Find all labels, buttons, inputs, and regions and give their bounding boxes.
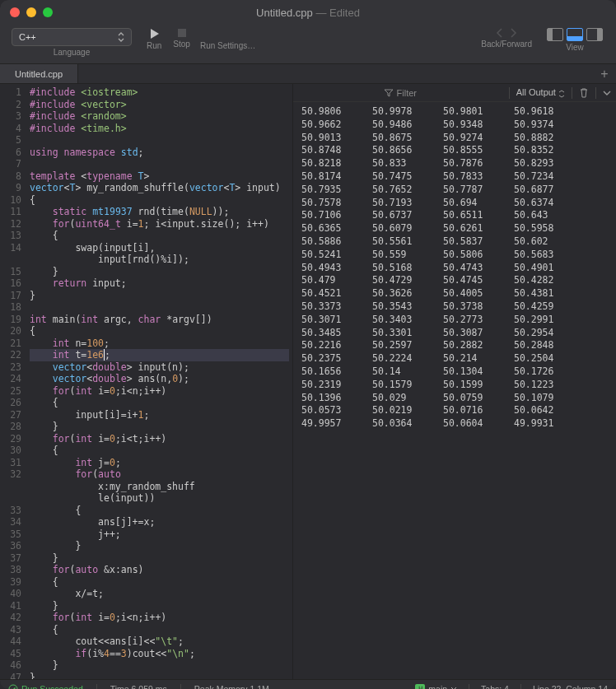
tab-untitled[interactable]: Untitled.cpp xyxy=(0,64,78,83)
trash-icon[interactable] xyxy=(579,87,589,98)
chevron-updown-icon xyxy=(558,90,565,98)
gutter: 1234567891011121314151617181920212223242… xyxy=(0,84,26,679)
tabbar: Untitled.cpp + xyxy=(0,64,616,84)
language-value: C++ xyxy=(19,32,36,42)
titlebar: Untitled.cpp — Edited xyxy=(0,0,616,25)
status-cursor: Line 22, Column 14 xyxy=(533,684,608,690)
title-sep: — xyxy=(313,7,329,19)
branch-name: main xyxy=(428,684,447,690)
output-mode-label: All Output xyxy=(516,87,556,97)
language-selector[interactable]: C++ xyxy=(12,28,132,46)
filter-icon xyxy=(384,89,394,97)
label-view: View xyxy=(566,43,584,52)
main-row: 1234567891011121314151617181920212223242… xyxy=(0,84,616,679)
chevron-down-icon xyxy=(450,687,457,690)
stop-button xyxy=(177,28,187,38)
editor[interactable]: 1234567891011121314151617181920212223242… xyxy=(0,84,292,679)
toggle-bottom-pane-icon[interactable] xyxy=(567,28,583,41)
chevron-updown-icon xyxy=(118,32,124,42)
svg-point-1 xyxy=(9,685,17,690)
git-branch[interactable]: ⑂ main xyxy=(415,684,457,690)
check-circle-icon xyxy=(8,684,18,690)
run-status-text: Run Succeeded xyxy=(21,684,83,690)
toggle-left-pane-icon[interactable] xyxy=(547,28,563,41)
run-status: Run Succeeded xyxy=(8,684,83,690)
output-body[interactable]: 50.980650.997850.980150.961850.966250.94… xyxy=(293,102,616,679)
title-filename: Untitled.cpp xyxy=(256,7,313,19)
label-language: Language xyxy=(54,48,91,57)
output-pane: Filter All Output 50.980650.997850.98015… xyxy=(292,84,616,679)
back-button[interactable] xyxy=(496,28,504,38)
toggle-right-pane-icon[interactable] xyxy=(586,28,603,41)
forward-button[interactable] xyxy=(509,28,517,38)
label-backfwd: Back/Forward xyxy=(481,40,532,49)
add-tab-button[interactable]: + xyxy=(593,64,616,83)
label-run: Run xyxy=(147,41,161,50)
filter-placeholder: Filter xyxy=(397,88,417,98)
statusbar: Run Succeeded Time 6 059 ms Peak Memory … xyxy=(0,679,616,689)
status-tabs[interactable]: Tabs: 4 xyxy=(481,684,509,690)
code-area[interactable]: #include <iostream>#include <vector>#inc… xyxy=(26,84,292,679)
branch-icon: ⑂ xyxy=(415,684,425,690)
output-mode-dropdown[interactable]: All Output xyxy=(516,87,565,97)
window-title: Untitled.cpp — Edited xyxy=(0,7,616,19)
chevron-down-icon[interactable] xyxy=(603,90,611,96)
output-header: Filter All Output xyxy=(293,84,616,102)
toolbar: C++ Language Run Stop Run Settings… Back… xyxy=(0,25,616,64)
filter-input[interactable]: Filter xyxy=(298,88,502,98)
status-time: Time 6 059 ms xyxy=(110,684,167,690)
label-stop: Stop xyxy=(173,40,190,49)
title-state: Edited xyxy=(329,7,360,19)
label-runsettings[interactable]: Run Settings… xyxy=(200,41,255,50)
svg-rect-0 xyxy=(178,29,186,37)
run-button[interactable] xyxy=(148,28,160,40)
tab-label: Untitled.cpp xyxy=(15,69,63,79)
status-mem: Peak Memory 1.1M xyxy=(194,684,269,690)
